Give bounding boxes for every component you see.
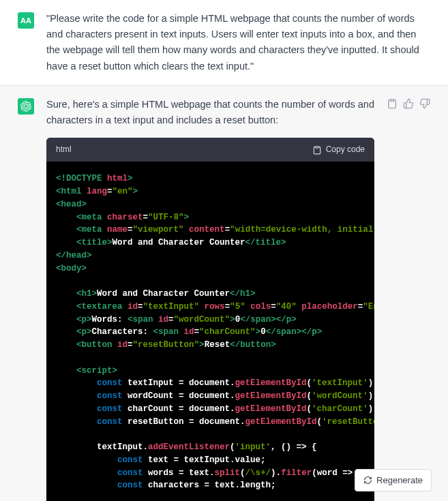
message-actions — [387, 98, 430, 111]
copy-code-button[interactable]: Copy code — [312, 143, 365, 156]
copy-code-label: Copy code — [326, 143, 365, 156]
user-message: AA "Please write the code for a simple H… — [0, 0, 448, 85]
code-block: html Copy code <!DOCTYPE html> <html lan… — [46, 138, 374, 501]
assistant-message: Sure, here's a simple HTML webpage that … — [0, 85, 448, 501]
copy-message-icon[interactable] — [387, 98, 398, 111]
thumbs-down-icon[interactable] — [419, 98, 430, 111]
assistant-avatar — [18, 98, 34, 115]
thumbs-up-icon[interactable] — [403, 98, 414, 111]
user-message-text: "Please write the code for a simple HTML… — [46, 11, 430, 74]
regenerate-label: Regenerate — [376, 475, 423, 485]
svg-rect-0 — [315, 146, 318, 147]
user-avatar: AA — [18, 12, 34, 29]
code-content: <!DOCTYPE html> <html lang="en"> <head> … — [46, 162, 374, 501]
code-language-label: html — [56, 143, 72, 156]
svg-rect-1 — [390, 100, 393, 102]
assistant-message-text: Sure, here's a simple HTML webpage that … — [46, 97, 374, 128]
regenerate-button[interactable]: Regenerate — [355, 469, 432, 491]
refresh-icon — [363, 476, 372, 485]
clipboard-icon — [312, 145, 322, 155]
